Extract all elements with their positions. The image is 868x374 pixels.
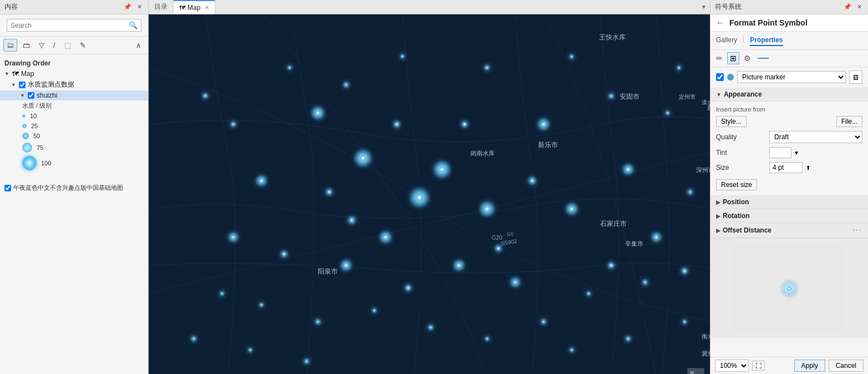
svg-point-74 [571, 349, 573, 351]
db-btn[interactable]: 🗃 [19, 39, 33, 52]
insert-picture-label: Insert picture from [716, 106, 862, 113]
appearance-section-header[interactable]: ▼ Appearance [710, 88, 868, 102]
cancel-button[interactable]: Cancel [829, 360, 864, 372]
tab-map[interactable]: 🗺 Map ✕ [174, 0, 215, 14]
svg-point-78 [683, 321, 686, 323]
svg-point-100 [610, 264, 613, 267]
size-input-row: ⬆ [769, 162, 810, 173]
map-icon-tab: 🗺 [179, 4, 185, 11]
svg-point-4 [439, 166, 445, 172]
tab-catalog[interactable]: 目录 [149, 0, 174, 14]
symbol-layers-btn[interactable]: ⊞ [727, 52, 739, 64]
annotation-btn[interactable]: ✎ [77, 39, 89, 52]
toc-water-quality-item[interactable]: ▼ 水质监测点数据 [0, 79, 148, 90]
svg-point-90 [531, 179, 534, 183]
tab-gallery[interactable]: Gallery [716, 35, 737, 46]
search-input[interactable] [11, 22, 129, 29]
tint-row: Tint ▼ [716, 147, 862, 158]
symbol-image-btn[interactable]: 🖼 [849, 70, 862, 84]
file-button[interactable]: File... [836, 116, 862, 127]
water-quality-checkbox[interactable] [19, 82, 26, 88]
symbol-image-icon: 🖼 [853, 74, 859, 80]
legend-dot-50 [22, 133, 29, 139]
size-label: Size [716, 164, 766, 171]
tab-map-close[interactable]: ✕ [205, 4, 209, 11]
toc-shuizhi-item[interactable]: ▼ shuizhi [0, 90, 148, 100]
legend-section: 水质 / 级别 10 25 50 75 [0, 100, 148, 172]
offset-section-header[interactable]: ▶ Offset Distance ··· [710, 223, 868, 238]
quality-select[interactable]: Draft [769, 131, 862, 143]
size-spinner[interactable]: ⬆ [806, 165, 810, 171]
svg-point-98 [282, 252, 286, 256]
svg-point-24 [344, 263, 348, 267]
legend-text-10: 10 [30, 113, 37, 119]
panel-pin-btn[interactable]: 📌 [122, 3, 133, 11]
basemap-label: 午夜蓝色中文不含兴趣点版中国基础地图 [13, 184, 123, 192]
zoom-select[interactable]: 100% [715, 360, 749, 372]
svg-point-82 [678, 67, 680, 69]
tint-dropdown-arrow[interactable]: ▼ [794, 150, 799, 156]
filter-btn[interactable]: ▽ [35, 39, 48, 52]
right-panel-pin-btn[interactable]: 📌 [842, 3, 853, 11]
position-section-header[interactable]: ▶ Position [710, 195, 868, 209]
rotation-arrow: ▶ [716, 213, 720, 219]
left-panel: 内容 📌 ✕ 🔍 🗂 🗃 ▽ / ⬚ ✎ ∧ Drawing Order [0, 0, 149, 374]
toc-area: Drawing Order ▼ 🗺 Map ▼ 水质监测点数据 ▼ shuizh… [0, 54, 148, 374]
right-panel-controls: 📌 ✕ [842, 3, 864, 11]
tab-panel-control[interactable]: ▼ [701, 4, 707, 10]
svg-point-18 [456, 263, 461, 267]
symbol-settings-btn[interactable]: ⚙ [743, 53, 752, 64]
toc-map-item[interactable]: ▼ 🗺 Map [0, 69, 148, 79]
basemap-checkbox[interactable] [4, 185, 11, 191]
preview-svg [734, 244, 845, 333]
format-title-bar: ← Format Point Symbol [710, 14, 868, 32]
svg-point-30 [654, 235, 658, 239]
symbol-enable-checkbox[interactable] [716, 73, 724, 81]
right-panel-close-btn[interactable]: ✕ [855, 3, 864, 11]
symbol-type-select[interactable]: Picture marker [737, 71, 846, 83]
svg-text:定州市: 定州市 [679, 94, 696, 100]
apply-button[interactable]: Apply [794, 360, 825, 372]
svg-point-102 [683, 269, 686, 272]
new-group-btn[interactable]: ⬚ [61, 39, 74, 52]
svg-point-44 [644, 281, 646, 284]
map-view[interactable]: 安固市 廊坊市 王快水库 新乐市 岗南水库 石家庄市 深州市 廊 辛集市 滦水 … [149, 14, 710, 374]
size-input[interactable] [769, 162, 803, 173]
svg-text:王快水库: 王快水库 [599, 33, 626, 41]
shuizhi-checkbox[interactable] [28, 92, 34, 99]
reset-size-button[interactable]: Reset size [716, 179, 757, 190]
basemap-item: 午夜蓝色中文不含兴趣点版中国基础地图 [0, 182, 148, 194]
map-add-btn[interactable]: 🗂 [3, 39, 17, 52]
svg-point-20 [383, 235, 388, 239]
legend-dot-25 [22, 124, 27, 128]
svg-point-26 [232, 235, 235, 239]
svg-text:滦水: 滦水 [702, 99, 710, 105]
zoom-fit-btn[interactable]: ⛶ [752, 361, 765, 371]
rotation-label: Rotation [723, 212, 750, 220]
drawing-order-section: Drawing Order ▼ 🗺 Map ▼ 水质监测点数据 ▼ shuizh… [0, 57, 148, 173]
svg-point-48 [542, 321, 545, 323]
legend-text-75: 75 [37, 144, 43, 151]
style-button[interactable]: Style... [716, 116, 747, 127]
svg-text:⊞: ⊞ [690, 370, 694, 374]
symbol-pencil-btn[interactable]: ✏ [715, 53, 724, 64]
legend-item-25: 25 [18, 121, 148, 131]
svg-point-28 [626, 167, 630, 171]
back-button[interactable]: ← [716, 18, 725, 28]
edit-btn[interactable]: / [50, 39, 59, 52]
tint-color-swatch[interactable] [769, 147, 791, 158]
preview-area [710, 238, 868, 338]
svg-point-96 [350, 219, 353, 222]
svg-point-86 [395, 123, 398, 126]
legend-text-25: 25 [31, 123, 38, 129]
svg-point-68 [192, 337, 195, 340]
legend-dot-75 [22, 143, 32, 153]
collapse-btn[interactable]: ∧ [133, 39, 145, 52]
rotation-section-header[interactable]: ▶ Rotation [710, 209, 868, 223]
svg-point-52 [430, 326, 432, 328]
tab-properties[interactable]: Properties [750, 35, 783, 46]
properties-section: ▼ Appearance Insert picture from Style..… [710, 88, 868, 357]
appearance-label: Appearance [724, 90, 762, 98]
svg-point-10 [316, 110, 320, 115]
panel-close-btn[interactable]: ✕ [135, 3, 144, 11]
